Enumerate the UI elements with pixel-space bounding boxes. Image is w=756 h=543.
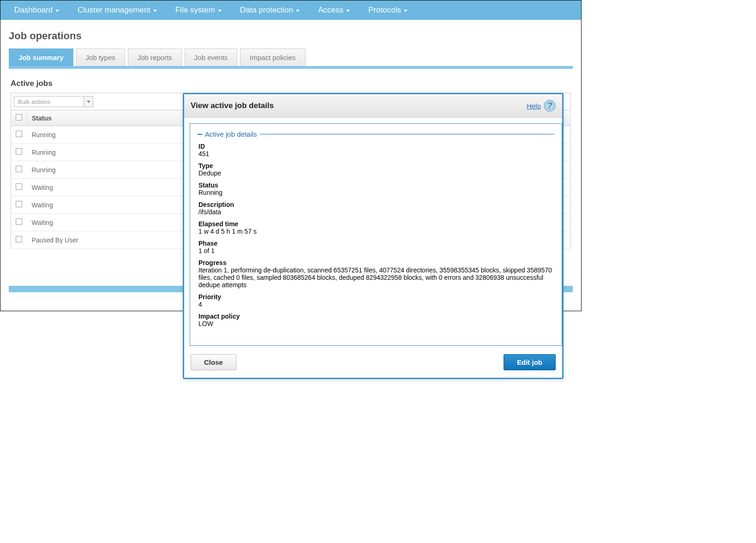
field-value-description: /ifs/data — [198, 208, 553, 216]
dialog-footer: Close Edit job — [184, 349, 562, 378]
caret-down-icon — [153, 10, 157, 12]
help-link[interactable]: Help — [527, 102, 541, 110]
tab-job-reports[interactable]: Job reports — [128, 48, 182, 66]
caret-down-icon — [55, 10, 59, 12]
nav-data-protection[interactable]: Data protection — [231, 1, 309, 19]
tab-impact-policies[interactable]: Impact policies — [240, 48, 305, 66]
field-value-priority: 4 — [198, 301, 553, 308]
nav-dashboard[interactable]: Dashboard — [5, 1, 68, 19]
section-title: Active jobs — [0, 69, 581, 93]
field-label-type: Type — [198, 162, 553, 169]
field-value-status: Running — [198, 189, 553, 196]
legend-line — [260, 134, 554, 134]
field-label-id: ID — [198, 143, 553, 150]
field-label-phase: Phase — [198, 240, 553, 247]
field-value-impact: LOW — [198, 320, 553, 327]
dialog-scroll-area[interactable]: Active job details ID451 TypeDedupe Stat… — [190, 123, 562, 346]
page-title: Job operations — [0, 20, 581, 48]
nav-protocols[interactable]: Protocols — [359, 1, 417, 19]
caret-down-icon — [346, 10, 350, 12]
nav-label: Data protection — [240, 6, 293, 15]
field-value-id: 451 — [198, 150, 553, 157]
nav-label: Cluster management — [78, 6, 150, 15]
row-checkbox[interactable] — [16, 183, 22, 190]
dropdown-toggle-button[interactable] — [84, 97, 93, 107]
dialog-title: View active job details — [191, 101, 274, 110]
fieldset-title: Active job details — [205, 130, 257, 138]
row-checkbox[interactable] — [16, 218, 22, 225]
field-label-status: Status — [198, 181, 553, 189]
field-label-elapsed: Elapsed time — [198, 220, 553, 228]
field-value-progress: Iteration 1, performing de-duplication, … — [198, 266, 553, 289]
row-checkbox[interactable] — [16, 131, 22, 137]
caret-down-icon — [218, 10, 222, 12]
dialog-header: View active job details Help ? — [184, 94, 562, 118]
row-checkbox[interactable] — [16, 236, 22, 242]
caret-down-icon — [404, 10, 408, 12]
bulk-actions-label: Bulk actions — [14, 97, 84, 106]
active-jobs-table-wrap: Bulk actions Status ID Type Running 426 … — [0, 93, 581, 263]
bulk-actions-dropdown[interactable]: Bulk actions — [14, 96, 93, 107]
chevron-down-icon — [87, 101, 90, 103]
nav-label: File system — [175, 6, 215, 15]
fieldset-legend[interactable]: Active job details — [198, 130, 554, 138]
field-value-type: Dedupe — [198, 169, 553, 177]
row-checkbox[interactable] — [16, 148, 22, 155]
tab-job-events[interactable]: Job events — [185, 48, 238, 66]
edit-job-button[interactable]: Edit job — [504, 354, 556, 370]
nav-label: Protocols — [368, 6, 401, 15]
dialog-help: Help ? — [527, 100, 556, 112]
tab-job-types[interactable]: Job types — [76, 48, 125, 66]
nav-access[interactable]: Access — [309, 1, 359, 19]
nav-label: Access — [318, 6, 343, 15]
close-button[interactable]: Close — [191, 354, 236, 370]
top-nav: Dashboard Cluster management File system… — [0, 0, 581, 20]
row-checkbox[interactable] — [16, 166, 22, 172]
nav-label: Dashboard — [14, 6, 53, 15]
help-icon[interactable]: ? — [544, 100, 556, 112]
row-checkbox[interactable] — [16, 201, 22, 207]
dialog-body: Active job details ID451 TypeDedupe Stat… — [184, 118, 562, 349]
field-label-progress: Progress — [198, 259, 553, 266]
view-active-job-details-dialog: View active job details Help ? Active jo… — [183, 93, 564, 379]
field-label-impact: Impact policy — [198, 313, 553, 320]
caret-down-icon — [296, 10, 300, 12]
field-value-elapsed: 1 w 4 d 5 h 1 m 57 s — [198, 228, 553, 235]
checkbox-icon[interactable] — [16, 114, 22, 121]
tab-job-summary[interactable]: Job summary — [9, 48, 73, 66]
nav-cluster-management[interactable]: Cluster management — [68, 1, 166, 19]
nav-file-system[interactable]: File system — [166, 1, 231, 19]
collapse-icon[interactable] — [198, 134, 202, 135]
tabs: Job summary Job types Job reports Job ev… — [9, 48, 573, 69]
field-value-phase: 1 of 1 — [198, 247, 553, 254]
field-label-description: Description — [198, 201, 553, 208]
select-all-header[interactable] — [11, 110, 27, 126]
field-label-priority: Priority — [198, 293, 553, 301]
